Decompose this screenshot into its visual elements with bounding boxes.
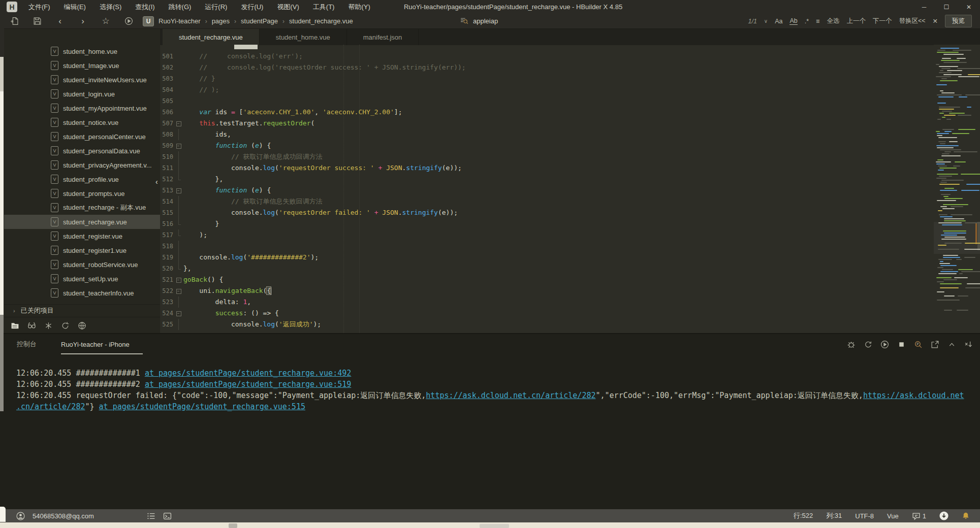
file-item[interactable]: Vstudent_setUp.vue <box>4 272 160 286</box>
file-item[interactable]: Vstudent_prompts.vue <box>4 186 160 201</box>
menu-item[interactable]: 运行(R) <box>205 3 227 12</box>
code-line[interactable]: 515 console.log('requestOrder failed: ' … <box>160 207 932 218</box>
match-case-toggle[interactable]: Aa <box>775 18 782 25</box>
fold-marker[interactable] <box>175 118 182 129</box>
code-line[interactable]: 524 success: () => { <box>160 308 932 319</box>
stop-icon[interactable] <box>897 340 906 349</box>
file-item[interactable]: Vstudent_privacyAgreement.v... <box>4 158 160 172</box>
console-tab[interactable]: 控制台 <box>17 335 37 353</box>
encoding-indicator[interactable]: UTF-8 <box>855 512 874 520</box>
file-item[interactable]: Vstudent_teacherInfo.vue <box>4 286 160 300</box>
account-email[interactable]: 540685308@qq.com <box>33 512 94 520</box>
save-button[interactable] <box>32 16 42 26</box>
file-item[interactable]: Vstudent_profile.vue <box>4 172 160 186</box>
code-editor[interactable]: 501 // console.log('err');502 // console… <box>160 45 980 333</box>
run-button[interactable] <box>123 16 134 26</box>
close-search-icon[interactable]: ✕ <box>933 17 938 25</box>
menu-item[interactable]: 查找(I) <box>135 3 154 12</box>
file-item[interactable]: Vstudent_recharge.vue <box>4 215 160 229</box>
search-box[interactable]: appleiap <box>460 16 498 26</box>
file-item[interactable]: Vstudent_register1.vue <box>4 243 160 257</box>
minimap[interactable] <box>934 45 980 333</box>
code-line[interactable]: 521goBack() { <box>160 274 932 285</box>
whole-word-toggle[interactable]: Ab <box>789 17 797 25</box>
clear-icon[interactable] <box>864 340 872 349</box>
console-source-link[interactable]: at pages/studentPage/student_recharge.vu… <box>145 369 351 378</box>
fold-marker[interactable] <box>175 274 182 285</box>
back-button[interactable]: ‹ <box>55 16 65 26</box>
find-in-files-icon[interactable] <box>27 321 36 330</box>
file-item[interactable]: Vstudent_myAppointment.vue <box>4 101 160 115</box>
file-item[interactable]: Vstudent_register.vue <box>4 229 160 243</box>
maximize-button[interactable]: ☐ <box>935 0 958 14</box>
prev-match-button[interactable]: 上一个 <box>846 17 866 25</box>
terminal-icon[interactable] <box>163 512 172 520</box>
code-line[interactable]: 501 // console.log('err'); <box>160 51 932 62</box>
menu-item[interactable]: 文件(F) <box>28 3 50 12</box>
next-match-button[interactable]: 下一个 <box>873 17 892 25</box>
file-item[interactable]: Vstudent_home.vue <box>4 44 160 58</box>
code-line[interactable]: 507 this.testTarget.requestOrder( <box>160 118 932 129</box>
sync-icon[interactable] <box>60 321 70 330</box>
forward-button[interactable]: › <box>78 16 88 26</box>
file-item[interactable]: Vstudent_login.vue <box>4 87 160 101</box>
tools-icon[interactable] <box>44 321 53 330</box>
collapse-icon[interactable] <box>947 340 956 349</box>
code-line[interactable]: 502 // console.log('requestOrder success… <box>160 62 932 73</box>
file-item[interactable]: Vstudent_personalData.vue <box>4 144 160 158</box>
run-icon[interactable] <box>880 340 889 349</box>
menu-item[interactable]: 视图(V) <box>277 3 299 12</box>
code-line[interactable]: 510 // 获取订单信息成功回调方法 <box>160 151 932 162</box>
menu-item[interactable]: 帮助(Y) <box>348 3 370 12</box>
code-line[interactable]: 511 console.log('requestOrder success: '… <box>160 162 932 174</box>
console-source-link[interactable]: https://ask.dcloud.net <box>863 391 964 400</box>
file-item[interactable]: Vstudent_robotService.vue <box>4 257 160 272</box>
fold-marker[interactable] <box>175 308 182 319</box>
preview-button[interactable]: 预览 <box>945 15 972 27</box>
console-tab[interactable]: RuoYi-teacher - iPhone <box>61 335 143 354</box>
fold-marker[interactable] <box>175 185 182 196</box>
menu-item[interactable]: 跳转(G) <box>169 3 192 12</box>
menu-item[interactable]: 工具(T) <box>313 3 335 12</box>
code-line[interactable]: 509 function (e) { <box>160 140 932 151</box>
minimize-button[interactable]: ─ <box>913 0 935 14</box>
code-line[interactable]: 522 uni.navigateBack({ <box>160 285 932 296</box>
language-mode-indicator[interactable]: Vue <box>887 512 899 520</box>
file-item[interactable]: Vstudent_personalCenter.vue <box>4 129 160 144</box>
file-item[interactable]: Vstudent_recharge - 副本.vue <box>4 201 160 215</box>
update-download-icon[interactable] <box>939 511 949 520</box>
code-line[interactable]: 503 // } <box>160 73 932 84</box>
breadcrumb-item[interactable]: studentPage <box>241 17 278 25</box>
menu-item[interactable]: 编辑(E) <box>64 3 86 12</box>
task-list-icon[interactable] <box>147 512 155 520</box>
scrollbar-thumb[interactable] <box>977 222 980 250</box>
breadcrumb-item[interactable]: RuoYi-teacher <box>159 17 201 25</box>
select-all-button[interactable]: 全选 <box>827 17 839 25</box>
code-line[interactable]: 523 delta: 1, <box>160 296 932 308</box>
search-options-icon[interactable]: ≡ <box>816 18 819 25</box>
fold-marker[interactable] <box>175 285 182 296</box>
fold-marker[interactable] <box>175 140 182 151</box>
regex-toggle[interactable]: .* <box>805 18 809 25</box>
debug-icon[interactable] <box>847 340 856 349</box>
replace-area-button[interactable]: 替换区<< <box>899 17 925 25</box>
code-line[interactable]: 506 var ids = ['aceconv.CHY_1.00', 'acec… <box>160 107 932 118</box>
code-line[interactable]: 504 // ); <box>160 84 932 95</box>
close-button[interactable]: ✕ <box>958 0 980 14</box>
code-line[interactable]: 520}, <box>160 263 932 274</box>
open-external-icon[interactable] <box>931 340 939 349</box>
search-input[interactable]: appleiap <box>473 17 498 25</box>
code-line[interactable]: 505 <box>160 95 932 107</box>
code-line[interactable]: 512 }, <box>160 174 932 185</box>
closed-projects-item[interactable]: › 已关闭项目 <box>4 304 160 317</box>
console-source-link[interactable]: at pages/studentPage/student_recharge.vu… <box>99 402 305 411</box>
editor-tab[interactable]: student_home.vue <box>260 29 347 45</box>
console-source-link[interactable]: .cn/article/282 <box>16 402 85 411</box>
project-manager-icon[interactable] <box>10 321 19 330</box>
file-item[interactable]: Vstudent_notice.vue <box>4 115 160 129</box>
code-line[interactable]: 508 ids, <box>160 129 932 140</box>
code-line[interactable]: 514 // 获取订单信息失败回调方法 <box>160 196 932 207</box>
menu-item[interactable]: 发行(U) <box>241 3 263 12</box>
breadcrumb-item[interactable]: student_recharge.vue <box>289 17 353 25</box>
editor-tab[interactable]: student_recharge.vue <box>163 29 260 45</box>
